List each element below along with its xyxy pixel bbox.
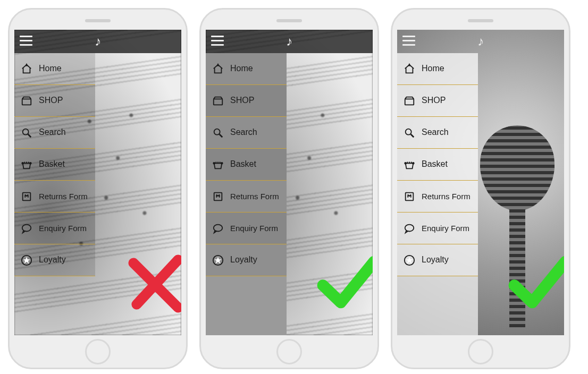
hamburger-menu-button[interactable] <box>20 36 32 46</box>
drawer-filler <box>397 276 478 335</box>
shop-icon <box>402 95 416 107</box>
sidebar-item-search[interactable]: Search <box>14 117 95 149</box>
phone-2: ♪ Home SHOP Search Basket Returns Form <box>199 8 379 369</box>
sidebar-item-label: SHOP <box>422 96 473 105</box>
search-icon <box>402 127 416 139</box>
returns-icon <box>402 191 416 202</box>
sidebar-item-label: Home <box>422 64 473 73</box>
sidebar-item-enquiry[interactable]: Enquiry Form <box>206 212 287 244</box>
sidebar-item-label: Loyalty <box>39 255 90 265</box>
sidebar-item-label: Basket <box>39 159 90 169</box>
sidebar-item-label: Enquiry Form <box>230 224 281 233</box>
side-drawer: Home SHOP Search Basket Returns Form Enq… <box>206 53 287 335</box>
sidebar-item-label: SHOP <box>230 96 281 105</box>
loyalty-icon <box>402 254 416 266</box>
sidebar-item-search[interactable]: Search <box>397 117 478 149</box>
phone-speaker <box>85 19 111 22</box>
basket-icon <box>402 159 416 171</box>
hamburger-menu-button[interactable] <box>211 36 224 46</box>
phone-3: ♪ Home SHOP Search Basket Returns Form <box>391 8 570 369</box>
sidebar-item-search[interactable]: Search <box>206 117 287 149</box>
phone-screen: ♪ Home SHOP Search Basket Returns Form <box>397 30 564 335</box>
sidebar-item-returns[interactable]: Returns Form <box>14 181 95 212</box>
sidebar-item-returns[interactable]: Returns Form <box>397 181 478 212</box>
app-topbar: ♪ <box>397 30 564 53</box>
enquiry-icon <box>402 223 416 234</box>
sidebar-item-label: Enquiry Form <box>39 224 90 233</box>
home-icon <box>402 63 416 75</box>
shop-icon <box>211 95 225 107</box>
home-icon <box>211 63 225 75</box>
sidebar-item-returns[interactable]: Returns Form <box>206 181 287 212</box>
returns-icon <box>211 191 225 202</box>
phone-home-button <box>85 339 111 364</box>
basket-icon <box>20 159 33 171</box>
music-note-logo: ♪ <box>477 35 484 48</box>
sidebar-item-home[interactable]: Home <box>397 53 478 85</box>
sidebar-item-loyalty[interactable]: Loyalty <box>206 244 287 276</box>
phone-home-button <box>468 339 493 364</box>
sidebar-item-shop[interactable]: SHOP <box>206 85 287 117</box>
sidebar-item-label: Search <box>230 128 281 137</box>
home-icon <box>20 63 33 75</box>
sidebar-item-label: Loyalty <box>422 255 473 265</box>
enquiry-icon <box>20 223 33 234</box>
music-note-logo: ♪ <box>286 35 292 48</box>
sidebar-item-label: Loyalty <box>230 255 281 265</box>
sidebar-item-loyalty[interactable]: Loyalty <box>397 244 478 276</box>
sidebar-item-home[interactable]: Home <box>14 53 95 85</box>
drawer-filler <box>14 276 95 335</box>
sidebar-item-label: Search <box>39 128 90 137</box>
sidebar-item-label: Basket <box>422 159 473 169</box>
sidebar-item-label: Search <box>422 128 473 137</box>
app-topbar: ♪ <box>14 30 181 53</box>
sidebar-item-basket[interactable]: Basket <box>206 149 287 181</box>
sidebar-item-label: Home <box>230 64 281 73</box>
sidebar-item-shop[interactable]: SHOP <box>14 85 95 117</box>
phone-speaker <box>468 19 493 22</box>
phone-home-button <box>276 339 302 364</box>
sidebar-item-label: Returns Form <box>230 192 281 201</box>
sidebar-item-basket[interactable]: Basket <box>397 149 478 181</box>
sidebar-item-label: Home <box>39 64 90 73</box>
sidebar-item-shop[interactable]: SHOP <box>397 85 478 117</box>
search-icon <box>20 127 33 139</box>
sidebar-item-loyalty[interactable]: Loyalty <box>14 244 95 276</box>
enquiry-icon <box>211 223 225 234</box>
drawer-filler <box>206 276 287 335</box>
side-drawer: Home SHOP Search Basket Returns Form Enq… <box>14 53 95 335</box>
shop-icon <box>20 95 33 107</box>
phone-1: ♪ Home SHOP Search Basket Returns Form <box>8 8 188 369</box>
phone-speaker <box>276 19 302 22</box>
loyalty-icon <box>20 254 33 266</box>
app-topbar: ♪ <box>206 30 373 53</box>
comparison-stage: ♪ Home SHOP Search Basket Returns Form <box>0 0 588 374</box>
hamburger-menu-button[interactable] <box>402 36 415 46</box>
sidebar-item-label: Enquiry Form <box>422 224 473 233</box>
side-drawer: Home SHOP Search Basket Returns Form Enq… <box>397 53 478 335</box>
sidebar-item-enquiry[interactable]: Enquiry Form <box>14 212 95 244</box>
loyalty-icon <box>211 254 225 266</box>
sidebar-item-label: Returns Form <box>422 192 473 201</box>
sidebar-item-label: SHOP <box>39 96 90 105</box>
phone-screen: ♪ Home SHOP Search Basket Returns Form <box>206 30 373 335</box>
sidebar-item-enquiry[interactable]: Enquiry Form <box>397 212 478 244</box>
phone-screen: ♪ Home SHOP Search Basket Returns Form <box>14 30 181 335</box>
basket-icon <box>211 159 225 171</box>
music-note-logo: ♪ <box>95 35 101 48</box>
returns-icon <box>20 191 33 202</box>
sidebar-item-label: Returns Form <box>39 192 90 201</box>
search-icon <box>211 127 225 139</box>
sidebar-item-label: Basket <box>230 159 281 169</box>
sidebar-item-basket[interactable]: Basket <box>14 149 95 181</box>
sidebar-item-home[interactable]: Home <box>206 53 287 85</box>
